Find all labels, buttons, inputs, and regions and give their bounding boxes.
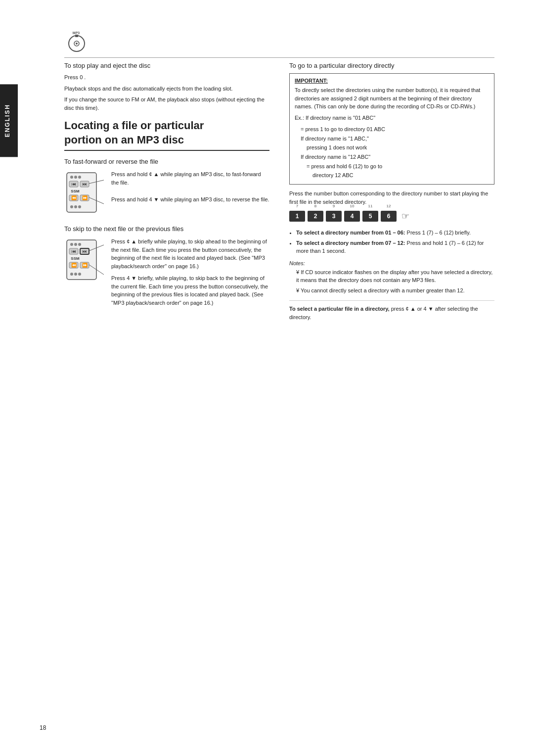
num-btn-5: 5: [362, 211, 378, 222]
right-column: To go to a particular directory directly…: [289, 62, 494, 321]
btn-top-label-3: 9: [326, 204, 342, 208]
svg-point-6: [74, 176, 77, 179]
bullet-1-body: Press 1 (7) – 6 (12) briefly.: [407, 230, 471, 236]
ff-inst2-body: while playing an MP3 disc, to reverse th…: [161, 196, 269, 202]
important-box: IMPORTANT: To directly select the direct…: [289, 73, 494, 185]
btn-top-label-6: 12: [381, 204, 397, 208]
page: ENGLISH MP3 To stop play and eject the d…: [0, 0, 534, 756]
directory-title: To go to a particular directory directly: [289, 62, 494, 69]
top-rule: [64, 57, 494, 58]
ex-line1: = press 1 to go to directory 01 ABC: [301, 125, 489, 134]
svg-point-23: [70, 243, 73, 246]
note-1: ¥ If CD source indicator flashes on the …: [296, 268, 494, 284]
ex-line4: If directory name is "12 ABC": [301, 152, 489, 162]
ff-inst1: Press and hold ¢ ▲ while playing an MP3 …: [111, 170, 269, 187]
stop-eject-body2: If you change the source to FM or AM, th…: [64, 95, 269, 112]
svg-point-38: [78, 273, 81, 276]
fast-forward-title: To fast-forward or reverse the file: [64, 158, 269, 165]
svg-point-37: [74, 273, 77, 276]
stop-eject-step: Press 0 .: [64, 73, 269, 82]
svg-text:⏮: ⏮: [72, 182, 76, 187]
main-heading: Locating a file or particular portion on…: [64, 119, 269, 151]
svg-point-2: [76, 43, 78, 45]
skip-inst2: Press 4 ▼ briefly, while playing, to ski…: [111, 274, 269, 307]
svg-point-25: [78, 243, 81, 246]
num-btn-1: 1: [289, 211, 305, 222]
language-tab: ENGLISH: [0, 84, 18, 157]
btn-top-label-1: 7: [289, 204, 305, 208]
bullet-2: To select a directory number from 07 – 1…: [296, 239, 494, 255]
left-column: To stop play and eject the disc Press 0 …: [64, 62, 269, 321]
svg-text:⏩: ⏩: [82, 195, 88, 201]
device-diagram-1: ⏮ ⏭ SSM ⏪ ⏩: [64, 170, 106, 218]
mp3-icon-area: MP3: [64, 30, 494, 54]
notes-section: Notes: ¥ If CD source indicator flashes …: [289, 260, 494, 295]
svg-text:SSM: SSM: [71, 256, 80, 261]
svg-text:⏪: ⏪: [71, 195, 77, 201]
stop-eject-section: To stop play and eject the disc Press 0 …: [64, 62, 269, 112]
bullet-2-title: To select a directory number from 07 – 1…: [296, 240, 407, 246]
svg-text:⏭: ⏭: [83, 249, 87, 254]
example-line: Ex.: If directory name is "01 ABC": [295, 114, 489, 122]
svg-point-17: [70, 205, 73, 208]
number-buttons-area: 7 8 9 10 11 12 1 2 3 4 5 6: [289, 211, 494, 222]
page-number: 18: [40, 724, 46, 731]
device-svg-2: ⏮ ⏭ SSM ⏪ ⏩: [64, 237, 106, 284]
skip-inst1: Press ¢ ▲ briefly while playing, to skip…: [111, 237, 269, 270]
svg-point-5: [70, 176, 73, 179]
important-label: IMPORTANT:: [295, 78, 489, 84]
ff-inst2: Press and hold 4 ▼ while playing an MP3 …: [111, 195, 269, 204]
fast-forward-instructions: Press and hold ¢ ▲ while playing an MP3 …: [111, 170, 269, 204]
ex-line5: = press and hold 6 (12) to go to: [307, 162, 489, 171]
svg-text:SSM: SSM: [71, 189, 80, 193]
fast-forward-section: To fast-forward or reverse the file: [64, 158, 269, 218]
device-svg-1: ⏮ ⏭ SSM ⏪ ⏩: [64, 170, 106, 217]
main-content: To stop play and eject the disc Press 0 …: [64, 62, 494, 321]
skip-section: To skip to the next file or the previous…: [64, 225, 269, 307]
important-body: To directly select the directories using…: [295, 86, 489, 111]
svg-text:⏭: ⏭: [83, 182, 87, 187]
num-btn-6: 6: [381, 211, 397, 222]
hand-pointer: ☞: [401, 211, 409, 222]
ex-line2: If directory name is "1 ABC,": [301, 134, 489, 143]
svg-point-7: [78, 176, 81, 179]
footer-bold-text: To select a particular file in a directo…: [289, 306, 390, 312]
btn-top-label-2: 8: [308, 204, 323, 208]
svg-point-24: [74, 243, 77, 246]
stop-eject-body1: Playback stops and the disc automaticall…: [64, 85, 269, 93]
bullet-1-title: To select a directory number from 01 – 0…: [296, 230, 407, 236]
num-btn-2: 2: [308, 211, 323, 222]
svg-point-19: [78, 205, 81, 208]
footer-instruction: To select a particular file in a directo…: [289, 300, 494, 321]
ex-line3: pressing 1 does not work: [307, 143, 489, 152]
svg-rect-3: [75, 35, 78, 37]
svg-point-18: [74, 205, 77, 208]
skip-instructions: Press ¢ ▲ briefly while playing, to skip…: [111, 237, 269, 307]
ff-inst2-prefix: Press and hold 4 ▼: [111, 196, 161, 202]
device-diagram-2: ⏮ ⏭ SSM ⏪ ⏩: [64, 237, 106, 285]
svg-point-36: [70, 273, 73, 276]
btn-top-label-5: 11: [362, 204, 378, 208]
skip-inst1-text: Press ¢ ▲ briefly while playing, to skip…: [111, 238, 267, 269]
example-details: = press 1 to go to directory 01 ABC If d…: [301, 125, 489, 180]
ff-inst1-prefix: Press and hold ¢ ▲: [111, 171, 161, 177]
svg-text:⏪: ⏪: [71, 262, 77, 268]
ex-line6: directory 12 ABC: [312, 171, 489, 180]
bullet-1: To select a directory number from 01 – 0…: [296, 229, 494, 237]
skip-inst2-text: Press 4 ▼ briefly, while playing, to ski…: [111, 275, 268, 306]
svg-text:⏮: ⏮: [72, 249, 76, 254]
btn-top-label-4: 10: [344, 204, 360, 208]
footer-press-text: press: [391, 306, 404, 312]
num-btn-3: 3: [326, 211, 342, 222]
mp3-text: MP3: [73, 31, 80, 35]
mp3-disc-icon: MP3: [64, 30, 89, 54]
note-2: ¥ You cannot directly select a directory…: [296, 286, 494, 295]
stop-eject-title: To stop play and eject the disc: [64, 62, 269, 69]
notes-title: Notes:: [289, 260, 494, 266]
bullet-list: To select a directory number from 01 – 0…: [296, 229, 494, 255]
svg-text:⏩: ⏩: [82, 262, 88, 268]
skip-title: To skip to the next file or the previous…: [64, 225, 269, 233]
num-btns-row: 7 8 9 10 11 12 1 2 3 4 5 6: [289, 211, 397, 222]
num-btn-4: 4: [344, 211, 360, 222]
